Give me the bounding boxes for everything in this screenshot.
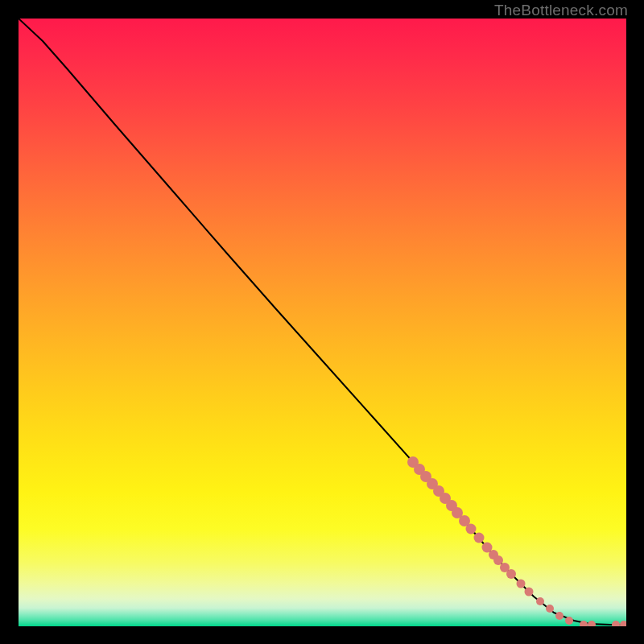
- data-marker: [565, 617, 573, 625]
- data-marker: [474, 533, 485, 543]
- data-marker: [612, 621, 620, 626]
- data-marker: [517, 580, 526, 588]
- data-marker: [506, 569, 516, 579]
- data-marker: [536, 597, 544, 605]
- data-marker: [493, 555, 503, 565]
- data-marker: [620, 621, 626, 626]
- data-marker: [555, 612, 564, 620]
- watermark-text: TheBottleneck.com: [494, 2, 628, 19]
- plot-area: [19, 19, 626, 626]
- chart-overlay: [19, 19, 626, 626]
- data-marker: [588, 621, 596, 626]
- data-marker: [546, 605, 554, 613]
- main-curve: [19, 19, 626, 625]
- chart-stage: TheBottleneck.com: [0, 0, 644, 644]
- data-marker: [466, 524, 477, 535]
- data-markers: [407, 456, 626, 626]
- data-marker: [525, 588, 534, 597]
